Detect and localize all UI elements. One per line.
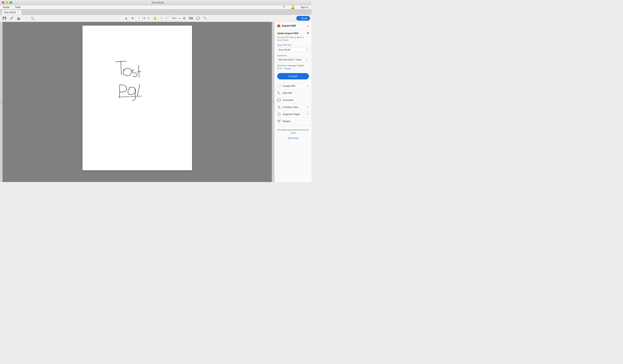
prev-page-button[interactable]: ▲ — [124, 16, 129, 21]
promo-text: All of these tools and more free for 7 d… — [277, 128, 309, 135]
copy-icon: ⧉ — [307, 32, 309, 35]
sidebar-tools-list: 📄 Create PDF ▼ ✏️ Edit PDF 💬 Comment — [274, 82, 312, 125]
combine-files-chevron: ▼ — [307, 106, 309, 108]
sidebar-item-combine-files[interactable]: 📎 Combine Files ▼ — [274, 104, 312, 111]
menu-home[interactable]: Home — [2, 5, 11, 9]
page-separator: / — [142, 17, 143, 20]
edit-pdf-icon: ✏️ — [277, 91, 281, 95]
page-navigation: / 2 — [136, 16, 145, 20]
drawing-button[interactable]: ✏️ — [202, 16, 208, 21]
combine-files-label: Combine Files — [283, 106, 298, 108]
tab-label: Scan.tiff.pdf — [4, 11, 16, 14]
export-pdf-icon: 📤 — [277, 24, 281, 28]
sidebar-promo: All of these tools and more free for 7 d… — [274, 126, 312, 142]
convert-to-label: Convert to — [277, 54, 309, 57]
tab-close-button[interactable]: ✕ — [17, 11, 19, 14]
convert-button[interactable]: Convert — [277, 73, 309, 80]
sidebar-title: 📤 Export PDF — [277, 24, 296, 28]
doc-language-label: Document Language: — [277, 64, 297, 67]
organize-pages-icon: 📋 — [277, 112, 281, 116]
left-toggle-icon: ❯ — [0, 101, 2, 103]
total-pages: 2 — [144, 17, 145, 20]
organize-pages-label: Organize Pages — [283, 113, 300, 116]
selected-file-name: Scan.tiff.pdf — [278, 48, 304, 51]
zoom-selector[interactable]: 100% 75% 50% 125% 150% — [169, 16, 181, 20]
organize-pages-chevron: ▼ — [307, 113, 309, 115]
zoom-out-button[interactable]: − — [159, 16, 163, 21]
right-panel-toggle[interactable]: ❮ — [272, 22, 274, 182]
zoom-in-button[interactable]: + — [164, 16, 168, 21]
touchup-button[interactable]: ⌨ — [188, 16, 194, 21]
hand-tool[interactable]: ✋ — [152, 16, 158, 21]
handwriting-svg — [83, 26, 192, 170]
menu-bar: Home Tools ? 🔔 Sign In — [0, 5, 312, 9]
sidebar-item-edit-pdf[interactable]: ✏️ Edit PDF — [274, 90, 312, 97]
doc-language-change-link[interactable]: Change — [284, 67, 291, 70]
sign-in-button[interactable]: Sign In — [299, 5, 310, 9]
share-file-button[interactable]: 🔗 — [9, 16, 15, 21]
pdf-page — [83, 26, 192, 170]
sidebar-collapse-button[interactable]: ▲ — [307, 24, 309, 27]
email-button[interactable]: ✉️ — [23, 16, 29, 21]
toolbar-center-tools: ▲ ▼ / 2 ↖ ✋ − + 100% 75% 50% 125% 150% ⊞… — [37, 16, 295, 21]
window-controls[interactable] — [2, 1, 12, 4]
convert-to-selector[interactable]: Microsoft Word (*.docx) Microsoft Excel … — [277, 57, 309, 62]
main-layout: ❯ — [0, 22, 312, 182]
tab-scan-tiff[interactable]: Scan.tiff.pdf ✕ — [1, 10, 22, 15]
create-pdf-chevron: ▼ — [307, 85, 309, 87]
export-panel-title-row: Adobe Export PDF ⧉ — [277, 32, 309, 35]
sidebar-item-create-pdf[interactable]: 📄 Create PDF ▼ — [274, 82, 312, 90]
toolbar-right-tools: ↑ Share — [296, 16, 310, 20]
page-number-input[interactable] — [136, 16, 142, 20]
edit-pdf-label: Edit PDF — [283, 92, 292, 94]
right-sidebar: 📤 Export PDF ▲ Adobe Export PDF ⧉ Conver… — [274, 22, 312, 182]
clear-file-button[interactable]: ✕ — [306, 48, 308, 51]
start-now-button[interactable]: Start Now — [288, 137, 298, 140]
redact-label: Redact — [283, 120, 290, 123]
comment-button[interactable]: 💬 — [195, 16, 201, 21]
export-panel-title-text: Adobe Export PDF — [277, 32, 298, 35]
toolbar: 💾 🔗 🖨️ ✉️ 🔍 ▲ ▼ / 2 ↖ ✋ − + 100% 75% 50%… — [0, 15, 312, 22]
right-toggle-icon: ❮ — [272, 101, 274, 103]
share-button[interactable]: ↑ Share — [296, 16, 310, 20]
select-pdf-label[interactable]: Select PDF File — [277, 44, 309, 46]
export-pdf-panel: Adobe Export PDF ⧉ Convert PDF Files to … — [274, 29, 312, 82]
maximize-button[interactable] — [10, 1, 12, 4]
toolbar-left-tools: 💾 🔗 🖨️ ✉️ 🔍 — [1, 16, 36, 21]
window-title: 📄 Scan.tiff.pdf — [148, 1, 163, 4]
pdf-viewer[interactable] — [3, 22, 272, 182]
sidebar-item-comment[interactable]: 💬 Comment — [274, 97, 312, 104]
print-button[interactable]: 🖨️ — [16, 16, 22, 21]
create-pdf-icon: 📄 — [277, 84, 281, 88]
sidebar-header: 📤 Export PDF ▲ — [274, 22, 312, 29]
share-label: Share — [301, 17, 307, 20]
cursor-tool[interactable]: ↖ — [146, 16, 151, 21]
create-pdf-label: Create PDF — [283, 85, 295, 87]
tab-bar: Scan.tiff.pdf ✕ — [0, 9, 312, 15]
marquee-zoom-button[interactable]: ⊞ — [182, 16, 186, 21]
save-button[interactable]: 💾 — [1, 16, 7, 21]
redact-icon: ✂️ — [277, 120, 281, 123]
sidebar-divider — [274, 125, 312, 125]
sidebar-item-organize-pages[interactable]: 📋 Organize Pages ▼ — [274, 111, 312, 118]
help-icon[interactable]: ? — [282, 5, 286, 9]
menu-tools[interactable]: Tools — [14, 5, 22, 9]
comment-label: Comment — [283, 99, 293, 101]
title-bar: 📄 Scan.tiff.pdf — [0, 0, 312, 5]
close-button[interactable] — [2, 1, 4, 4]
file-input-row: Scan.tiff.pdf ✕ — [277, 47, 309, 52]
title-pdf-icon: 📄 — [148, 1, 151, 4]
doc-language-row: Document Language: English (U.S.) Change — [277, 64, 309, 70]
comment-tool-icon: 💬 — [277, 98, 281, 102]
sidebar-item-redact[interactable]: ✂️ Redact — [274, 118, 312, 125]
export-panel-description: Convert PDF Files to Word or Excel Onlin… — [277, 36, 309, 42]
minimize-button[interactable] — [6, 1, 8, 4]
combine-files-icon: 📎 — [277, 105, 281, 109]
search-button[interactable]: 🔍 — [30, 16, 36, 21]
share-icon: ↑ — [299, 17, 300, 20]
left-panel-toggle[interactable]: ❯ — [0, 22, 3, 182]
sidebar-title-text: Export PDF — [282, 24, 296, 27]
next-page-button[interactable]: ▼ — [130, 16, 135, 21]
notifications-icon[interactable]: 🔔 — [289, 5, 296, 10]
